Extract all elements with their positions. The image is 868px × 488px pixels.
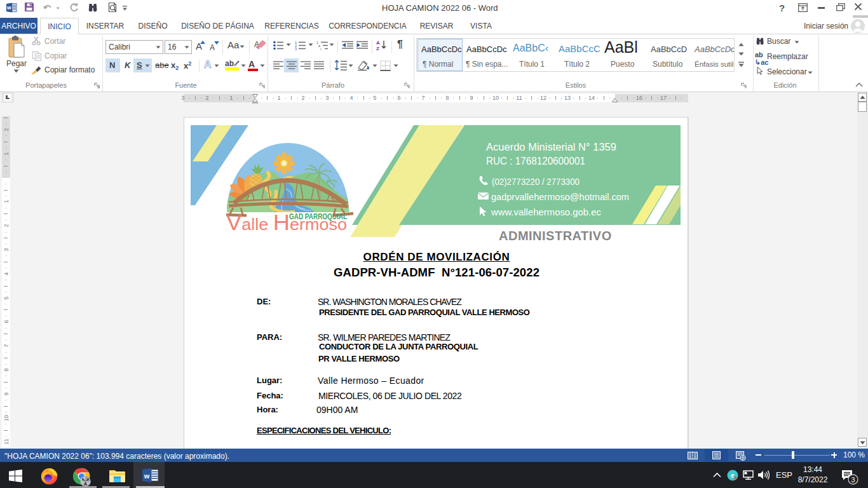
- svg-text:w: w: [6, 4, 11, 11]
- svg-text:3: 3: [295, 47, 297, 50]
- svg-text:Acuerdo Ministerial N° 1359: Acuerdo Ministerial N° 1359: [486, 141, 616, 153]
- svg-text:w: w: [144, 472, 150, 480]
- svg-text:A: A: [376, 40, 380, 46]
- svg-text:i: i: [320, 47, 321, 50]
- svg-text:gadprvallehermoso@hotmail.com: gadprvallehermoso@hotmail.com: [491, 191, 629, 202]
- svg-text:!: !: [735, 477, 736, 480]
- svg-text:e: e: [731, 471, 735, 480]
- svg-text:3: 3: [851, 476, 855, 484]
- svg-text:RUC : 1768120600001: RUC : 1768120600001: [486, 155, 585, 167]
- svg-text:(02)2773220 / 2773300: (02)2773220 / 2773300: [492, 176, 580, 187]
- svg-text:Z: Z: [376, 46, 379, 51]
- svg-text:www.vallehermoso.gob.ec: www.vallehermoso.gob.ec: [491, 207, 601, 217]
